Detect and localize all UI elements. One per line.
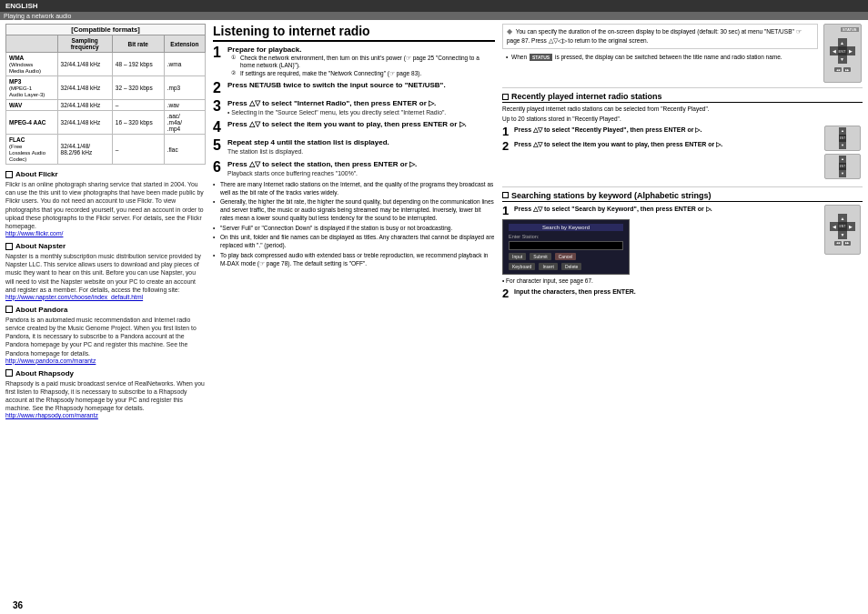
recently-played-steps-text: 1 Press △▽ to select "Recently Played", … — [502, 126, 821, 155]
table-row: MP3(MPEG-1Audio Layer-3) 32/44.1/48 kHz … — [6, 76, 206, 100]
device-image-area: ▲ ▼ ◀ ▶ ENT ◀◀ ▶▶ STATUS — [822, 24, 863, 83]
step-1-sub-1: Check the network environment, then turn… — [235, 55, 495, 70]
step-1: 1 Prepare for playback. Check the networ… — [213, 45, 495, 77]
search-step-2-strong: Input the characters, then press ENTER. — [514, 288, 636, 295]
nav-down-btn[interactable]: ▼ — [838, 55, 847, 64]
small-btn-1[interactable]: ◀◀ — [834, 67, 842, 72]
step-4-content: Press △▽ to select the item you want to … — [227, 120, 495, 129]
format-name-flac: FLAC(FreeLossless AudioCodec) — [6, 135, 58, 165]
search-insert-btn[interactable]: Insert — [539, 263, 558, 270]
nav-right-btn[interactable]: ▶ — [846, 46, 855, 55]
search-submit-btn[interactable]: Submit — [530, 253, 551, 260]
table-row: WMA(WindowsMedia Audio) 32/44.1/48 kHz 4… — [6, 53, 206, 76]
search-by-keyword-header: Searching stations by keyword (Alphabeti… — [502, 191, 863, 202]
search-btn-prev[interactable]: ◀◀ — [834, 241, 842, 246]
search-nav-right[interactable]: ▶ — [846, 222, 855, 231]
col-header-bitrate: Bit rate — [112, 35, 164, 53]
wav-bitrate: – — [112, 100, 164, 111]
search-step-1-text: Press △▽ to select "Search by Keyword", … — [514, 205, 821, 213]
recently-step-2-text: Press △▽ to select the item you want to … — [514, 140, 821, 148]
step-4-title: Press △▽ to select the item you want to … — [227, 120, 495, 128]
search-ui-input-area: Enter Station: — [509, 234, 623, 250]
wma-sampling: 32/44.1/48 kHz — [57, 53, 112, 76]
recently-played-desc: Recently played internet radio stations … — [502, 106, 863, 114]
about-rhapsody-section: About Rhapsody Rhapsody is a paid music … — [5, 369, 206, 419]
mini-enter-2[interactable]: ENT — [839, 163, 846, 170]
mini-down-2[interactable]: ▼ — [839, 170, 846, 177]
napster-link[interactable]: http://www.napster.com/choose/index_defa… — [5, 294, 206, 300]
search-input-btn[interactable]: Input — [509, 253, 526, 260]
flickr-link[interactable]: http://www.flickr.com/ — [5, 230, 206, 237]
search-step-1-strong: Press △▽ to select "Search by Keyword", … — [514, 206, 712, 212]
recently-step-1-strong: Press △▽ to select "Recently Played", th… — [514, 126, 701, 133]
step-5-title: Repeat step 4 until the station list is … — [227, 138, 495, 146]
search-nav-enter[interactable]: ENT — [838, 222, 847, 231]
bullet-note-5: To play back compressed audio with exten… — [213, 252, 495, 268]
col-header-ext: Extension — [164, 35, 205, 53]
about-napster-section: About Napster Napster is a monthly subsc… — [5, 242, 206, 300]
subheader: Playing a network audio — [0, 12, 868, 20]
search-keyboard-btn[interactable]: Keyboard — [509, 263, 535, 270]
mini-up[interactable]: ▲ — [839, 127, 846, 135]
step-3-text: • Selecting in the "Source Select" menu,… — [227, 108, 495, 116]
search-ui-mockup: Search by Keyword Enter Station: Input S… — [502, 219, 630, 275]
step-3-title: Press △▽ to select "Internet Radio", the… — [227, 99, 495, 107]
search-btn-next[interactable]: ▶▶ — [843, 241, 851, 246]
recently-step-2-strong: Press △▽ to select the item you want to … — [514, 141, 722, 147]
subheader-label: Playing a network audio — [4, 13, 71, 19]
step-5-text: The station list is displayed. — [227, 147, 495, 156]
search-ui-input[interactable] — [509, 241, 623, 250]
status-btn-label[interactable]: STATUS — [841, 27, 858, 32]
about-napster-title: About Napster — [5, 242, 206, 250]
search-char-note: • For character input, see page 67. — [502, 277, 821, 284]
about-flickr-text: Flickr is an online photograph sharing s… — [5, 180, 206, 230]
recently-played-title: Recently played internet radio stations — [511, 92, 662, 101]
search-delete-btn[interactable]: Delete — [561, 263, 581, 270]
step-1-title: Prepare for playback. — [227, 45, 495, 54]
step-1-sub-2: If settings are required, make the "Netw… — [235, 70, 495, 77]
recently-device-panels: ▲ ▼ ENT ▲ ▼ ENT — [824, 126, 863, 179]
mp3-ext: .mp3 — [164, 76, 205, 100]
checkbox-icon — [5, 306, 13, 313]
pandora-link[interactable]: http://www.pandora.com/marantz — [5, 357, 206, 364]
format-name-wma: WMA(WindowsMedia Audio) — [6, 53, 58, 76]
search-steps-area: 1 Press △▽ to select "Search by Keyword"… — [502, 205, 863, 302]
flac-ext: .flac — [164, 135, 205, 165]
status-badge: STATUS — [530, 54, 552, 62]
search-ui-title: Search by Keyword — [509, 224, 623, 231]
wma-ext: .wma — [164, 53, 205, 76]
wav-sampling: 32/44.1/48 kHz — [57, 100, 112, 111]
rhapsody-link[interactable]: http://www.rhapsody.com/marantz — [5, 412, 206, 418]
device-panel-small-1: ▲ ▼ ENT — [824, 126, 861, 151]
step-2-title: Press NET/USB twice to switch the input … — [227, 81, 495, 89]
enter-btn[interactable]: ENT — [838, 46, 847, 55]
aac-ext: .aac/.m4a/.mp4 — [164, 111, 205, 135]
top-note-block: ◆ You can specify the duration of the on… — [502, 24, 818, 49]
format-name-wav: WAV — [6, 100, 58, 111]
about-pandora-text: Pandora is an automated music recommenda… — [5, 316, 206, 357]
mini-enter[interactable]: ENT — [839, 135, 846, 142]
format-table: Samplingfrequency Bit rate Extension WMA… — [5, 35, 206, 165]
mp3-bitrate: 32 – 320 kbps — [112, 76, 164, 100]
step-4-number: 4 — [213, 120, 224, 135]
compat-formats-title: [Compatible formats] — [5, 24, 206, 35]
top-note-2-text: • When STATUS is pressed, the display ca… — [502, 52, 818, 64]
bullet-icon: • — [506, 54, 508, 60]
step-3: 3 Press △▽ to select "Internet Radio", t… — [213, 99, 495, 116]
search-cancel-btn[interactable]: Cancel — [555, 253, 577, 260]
search-steps-text: 1 Press △▽ to select "Search by Keyword"… — [502, 205, 821, 302]
top-note-1-text: You can specify the duration of the on-s… — [507, 28, 802, 44]
search-step-1-num: 1 — [502, 205, 511, 216]
table-row: WAV 32/44.1/48 kHz – .wav — [6, 100, 206, 111]
bullet-note-4: On this unit, folder and file names can … — [213, 234, 495, 250]
mini-down[interactable]: ▼ — [839, 142, 846, 149]
step-6-text: Playback starts once buffering reaches "… — [227, 169, 495, 177]
mini-up-2[interactable]: ▲ — [839, 156, 846, 163]
step-6-content: Press △▽ to select the station, then pre… — [227, 160, 495, 177]
small-btn-2[interactable]: ▶▶ — [843, 67, 851, 72]
search-nav-cross: ▲ ▼ ◀ ▶ ENT — [830, 214, 855, 239]
step-5-number: 5 — [213, 138, 224, 153]
search-nav-down[interactable]: ▼ — [838, 230, 847, 239]
bullet-note-2: Generally, the higher the bit rate, the … — [213, 198, 495, 222]
step-6: 6 Press △▽ to select the station, then p… — [213, 160, 495, 177]
